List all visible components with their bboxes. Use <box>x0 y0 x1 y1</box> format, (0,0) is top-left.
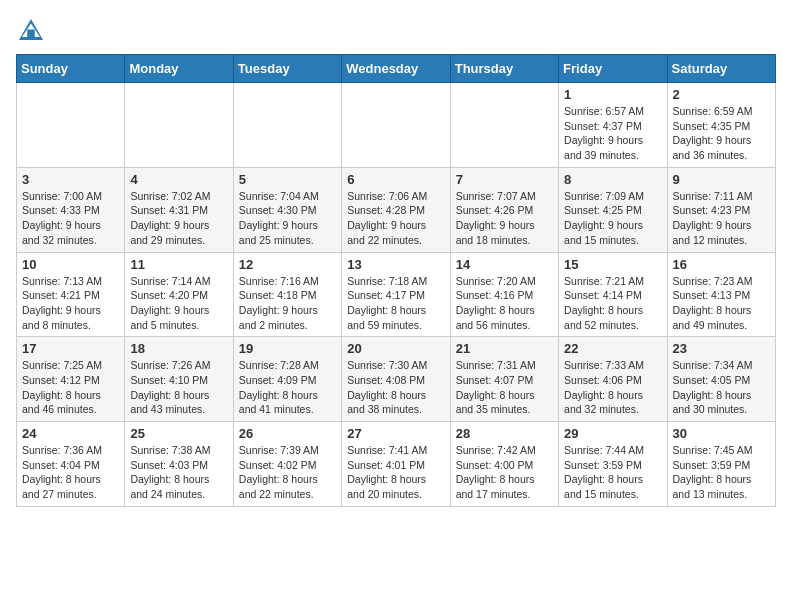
calendar-cell: 12Sunrise: 7:16 AM Sunset: 4:18 PM Dayli… <box>233 252 341 337</box>
day-info: Sunrise: 7:20 AM Sunset: 4:16 PM Dayligh… <box>456 274 553 333</box>
calendar-cell: 14Sunrise: 7:20 AM Sunset: 4:16 PM Dayli… <box>450 252 558 337</box>
day-number: 2 <box>673 87 770 102</box>
header-monday: Monday <box>125 55 233 83</box>
calendar-week-3: 17Sunrise: 7:25 AM Sunset: 4:12 PM Dayli… <box>17 337 776 422</box>
day-info: Sunrise: 7:36 AM Sunset: 4:04 PM Dayligh… <box>22 443 119 502</box>
day-number: 20 <box>347 341 444 356</box>
logo <box>16 16 50 46</box>
calendar-cell: 26Sunrise: 7:39 AM Sunset: 4:02 PM Dayli… <box>233 422 341 507</box>
day-number: 19 <box>239 341 336 356</box>
calendar-cell: 6Sunrise: 7:06 AM Sunset: 4:28 PM Daylig… <box>342 167 450 252</box>
day-info: Sunrise: 7:02 AM Sunset: 4:31 PM Dayligh… <box>130 189 227 248</box>
header-saturday: Saturday <box>667 55 775 83</box>
calendar-cell: 4Sunrise: 7:02 AM Sunset: 4:31 PM Daylig… <box>125 167 233 252</box>
day-number: 7 <box>456 172 553 187</box>
day-info: Sunrise: 7:11 AM Sunset: 4:23 PM Dayligh… <box>673 189 770 248</box>
day-number: 25 <box>130 426 227 441</box>
calendar-cell: 15Sunrise: 7:21 AM Sunset: 4:14 PM Dayli… <box>559 252 667 337</box>
day-number: 13 <box>347 257 444 272</box>
day-number: 23 <box>673 341 770 356</box>
day-info: Sunrise: 7:18 AM Sunset: 4:17 PM Dayligh… <box>347 274 444 333</box>
day-number: 17 <box>22 341 119 356</box>
header-friday: Friday <box>559 55 667 83</box>
day-number: 6 <box>347 172 444 187</box>
calendar-cell: 18Sunrise: 7:26 AM Sunset: 4:10 PM Dayli… <box>125 337 233 422</box>
day-info: Sunrise: 7:38 AM Sunset: 4:03 PM Dayligh… <box>130 443 227 502</box>
day-info: Sunrise: 7:13 AM Sunset: 4:21 PM Dayligh… <box>22 274 119 333</box>
calendar-cell: 16Sunrise: 7:23 AM Sunset: 4:13 PM Dayli… <box>667 252 775 337</box>
calendar-cell: 13Sunrise: 7:18 AM Sunset: 4:17 PM Dayli… <box>342 252 450 337</box>
header <box>16 16 776 46</box>
day-info: Sunrise: 7:41 AM Sunset: 4:01 PM Dayligh… <box>347 443 444 502</box>
calendar-cell: 3Sunrise: 7:00 AM Sunset: 4:33 PM Daylig… <box>17 167 125 252</box>
calendar-cell: 17Sunrise: 7:25 AM Sunset: 4:12 PM Dayli… <box>17 337 125 422</box>
day-info: Sunrise: 7:09 AM Sunset: 4:25 PM Dayligh… <box>564 189 661 248</box>
calendar-cell <box>17 83 125 168</box>
day-number: 1 <box>564 87 661 102</box>
day-number: 27 <box>347 426 444 441</box>
day-number: 30 <box>673 426 770 441</box>
day-number: 24 <box>22 426 119 441</box>
calendar-cell <box>125 83 233 168</box>
day-number: 3 <box>22 172 119 187</box>
day-info: Sunrise: 7:25 AM Sunset: 4:12 PM Dayligh… <box>22 358 119 417</box>
calendar-cell: 7Sunrise: 7:07 AM Sunset: 4:26 PM Daylig… <box>450 167 558 252</box>
calendar-cell: 5Sunrise: 7:04 AM Sunset: 4:30 PM Daylig… <box>233 167 341 252</box>
calendar-cell: 11Sunrise: 7:14 AM Sunset: 4:20 PM Dayli… <box>125 252 233 337</box>
header-thursday: Thursday <box>450 55 558 83</box>
day-number: 15 <box>564 257 661 272</box>
header-sunday: Sunday <box>17 55 125 83</box>
day-info: Sunrise: 7:42 AM Sunset: 4:00 PM Dayligh… <box>456 443 553 502</box>
day-number: 21 <box>456 341 553 356</box>
calendar-cell <box>450 83 558 168</box>
day-number: 11 <box>130 257 227 272</box>
calendar-cell: 20Sunrise: 7:30 AM Sunset: 4:08 PM Dayli… <box>342 337 450 422</box>
day-info: Sunrise: 7:34 AM Sunset: 4:05 PM Dayligh… <box>673 358 770 417</box>
calendar-cell: 21Sunrise: 7:31 AM Sunset: 4:07 PM Dayli… <box>450 337 558 422</box>
day-info: Sunrise: 7:00 AM Sunset: 4:33 PM Dayligh… <box>22 189 119 248</box>
day-info: Sunrise: 7:39 AM Sunset: 4:02 PM Dayligh… <box>239 443 336 502</box>
day-info: Sunrise: 7:16 AM Sunset: 4:18 PM Dayligh… <box>239 274 336 333</box>
calendar-cell: 28Sunrise: 7:42 AM Sunset: 4:00 PM Dayli… <box>450 422 558 507</box>
day-info: Sunrise: 6:57 AM Sunset: 4:37 PM Dayligh… <box>564 104 661 163</box>
calendar-cell <box>342 83 450 168</box>
calendar-cell: 8Sunrise: 7:09 AM Sunset: 4:25 PM Daylig… <box>559 167 667 252</box>
calendar-cell: 23Sunrise: 7:34 AM Sunset: 4:05 PM Dayli… <box>667 337 775 422</box>
calendar-cell: 22Sunrise: 7:33 AM Sunset: 4:06 PM Dayli… <box>559 337 667 422</box>
day-info: Sunrise: 7:30 AM Sunset: 4:08 PM Dayligh… <box>347 358 444 417</box>
day-info: Sunrise: 7:44 AM Sunset: 3:59 PM Dayligh… <box>564 443 661 502</box>
calendar: SundayMondayTuesdayWednesdayThursdayFrid… <box>16 54 776 507</box>
day-info: Sunrise: 6:59 AM Sunset: 4:35 PM Dayligh… <box>673 104 770 163</box>
day-number: 16 <box>673 257 770 272</box>
day-info: Sunrise: 7:33 AM Sunset: 4:06 PM Dayligh… <box>564 358 661 417</box>
calendar-cell: 27Sunrise: 7:41 AM Sunset: 4:01 PM Dayli… <box>342 422 450 507</box>
day-number: 4 <box>130 172 227 187</box>
calendar-cell: 2Sunrise: 6:59 AM Sunset: 4:35 PM Daylig… <box>667 83 775 168</box>
day-info: Sunrise: 7:26 AM Sunset: 4:10 PM Dayligh… <box>130 358 227 417</box>
calendar-week-0: 1Sunrise: 6:57 AM Sunset: 4:37 PM Daylig… <box>17 83 776 168</box>
day-number: 28 <box>456 426 553 441</box>
day-number: 18 <box>130 341 227 356</box>
calendar-week-1: 3Sunrise: 7:00 AM Sunset: 4:33 PM Daylig… <box>17 167 776 252</box>
day-info: Sunrise: 7:31 AM Sunset: 4:07 PM Dayligh… <box>456 358 553 417</box>
calendar-cell: 25Sunrise: 7:38 AM Sunset: 4:03 PM Dayli… <box>125 422 233 507</box>
day-info: Sunrise: 7:06 AM Sunset: 4:28 PM Dayligh… <box>347 189 444 248</box>
day-info: Sunrise: 7:14 AM Sunset: 4:20 PM Dayligh… <box>130 274 227 333</box>
day-info: Sunrise: 7:23 AM Sunset: 4:13 PM Dayligh… <box>673 274 770 333</box>
day-number: 9 <box>673 172 770 187</box>
calendar-week-2: 10Sunrise: 7:13 AM Sunset: 4:21 PM Dayli… <box>17 252 776 337</box>
day-number: 14 <box>456 257 553 272</box>
calendar-cell: 9Sunrise: 7:11 AM Sunset: 4:23 PM Daylig… <box>667 167 775 252</box>
calendar-cell: 24Sunrise: 7:36 AM Sunset: 4:04 PM Dayli… <box>17 422 125 507</box>
day-info: Sunrise: 7:07 AM Sunset: 4:26 PM Dayligh… <box>456 189 553 248</box>
header-wednesday: Wednesday <box>342 55 450 83</box>
header-tuesday: Tuesday <box>233 55 341 83</box>
day-info: Sunrise: 7:28 AM Sunset: 4:09 PM Dayligh… <box>239 358 336 417</box>
day-number: 8 <box>564 172 661 187</box>
day-info: Sunrise: 7:45 AM Sunset: 3:59 PM Dayligh… <box>673 443 770 502</box>
calendar-cell: 30Sunrise: 7:45 AM Sunset: 3:59 PM Dayli… <box>667 422 775 507</box>
day-info: Sunrise: 7:21 AM Sunset: 4:14 PM Dayligh… <box>564 274 661 333</box>
day-number: 29 <box>564 426 661 441</box>
calendar-cell: 10Sunrise: 7:13 AM Sunset: 4:21 PM Dayli… <box>17 252 125 337</box>
day-number: 10 <box>22 257 119 272</box>
